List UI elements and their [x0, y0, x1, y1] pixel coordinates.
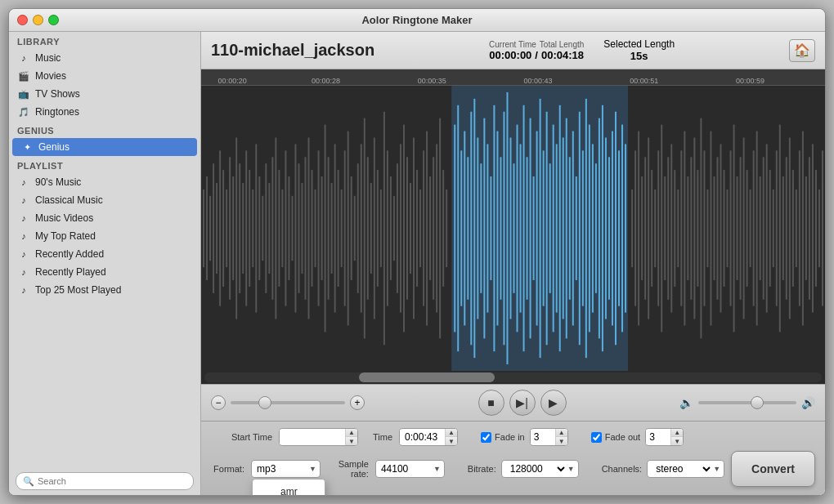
svg-rect-43 [344, 150, 346, 306]
controls-row-1: Start Time ▲ ▼ Time ▲ ▼ [211, 428, 815, 446]
time-value-group[interactable]: ▲ ▼ [399, 428, 458, 446]
sidebar-item-top-rated[interactable]: ♪ My Top Rated [9, 227, 200, 245]
bitrate-select-wrap[interactable]: 128000 64000 192000 256000 320000 ▼ [501, 460, 579, 478]
fade-out-down[interactable]: ▼ [671, 437, 683, 446]
zoom-control: − + [211, 395, 365, 410]
waveform-area[interactable]: 00:00:20 00:00:28 00:00:35 00:00:43 00:0… [201, 69, 825, 384]
sidebar-item-top-25[interactable]: ♪ Top 25 Most Played [9, 281, 200, 299]
sidebar-item-movies[interactable]: 🎬 Movies [9, 67, 200, 85]
scrollbar-thumb[interactable] [359, 372, 495, 382]
sidebar-item-classical[interactable]: ♪ Classical Music [9, 191, 200, 209]
sidebar-item-ringtones[interactable]: 🎵 Ringtones [9, 103, 200, 121]
svg-rect-9 [232, 176, 234, 280]
sidebar-item-tv-shows[interactable]: 📺 TV Shows [9, 85, 200, 103]
svg-rect-54 [380, 190, 382, 267]
svg-rect-183 [812, 144, 814, 312]
zoom-slider-thumb[interactable] [258, 396, 271, 409]
convert-button[interactable]: Convert [731, 451, 815, 487]
format-dropdown[interactable]: amr m4a m4r mp3 ogg wav [252, 479, 325, 495]
start-time-down[interactable]: ▼ [346, 437, 357, 446]
format-select-wrap[interactable]: amr m4a m4r mp3 ogg wav ▼ amr m4a m4r [251, 460, 321, 478]
volume-slider[interactable] [698, 401, 796, 404]
current-time-value: 00:00:00 [489, 49, 531, 61]
play-button[interactable]: ▶ [540, 390, 567, 416]
sample-rate-select[interactable]: 44100 22050 11025 [376, 461, 433, 477]
sidebar-item-recently-added[interactable]: ♪ Recently Added [9, 245, 200, 263]
playlist-icon: ♪ [17, 265, 30, 279]
channels-select[interactable]: stereo mono [648, 461, 713, 477]
fade-out-checkbox[interactable] [591, 432, 602, 443]
svg-rect-78 [464, 132, 465, 326]
svg-rect-10 [235, 137, 237, 319]
dropdown-item-amr[interactable]: amr [253, 483, 325, 495]
fade-out-up[interactable]: ▲ [671, 428, 683, 437]
sidebar-item-recently-played[interactable]: ♪ Recently Played [9, 263, 200, 281]
minimize-button[interactable] [33, 15, 43, 25]
ruler-mark: 00:00:59 [736, 77, 764, 85]
fade-in-checkbox[interactable] [481, 432, 491, 443]
maximize-button[interactable] [48, 15, 59, 25]
sidebar-item-genius[interactable]: ✦ Genius [12, 138, 197, 156]
fade-in-up[interactable]: ▲ [556, 428, 567, 437]
playlist-icon: ♪ [17, 248, 30, 261]
time-value-input[interactable] [400, 430, 445, 444]
start-time-up[interactable]: ▲ [346, 428, 357, 437]
track-times: Current Time Total Length 00:00:00 / 00:… [489, 38, 675, 62]
ruler-mark: 00:00:28 [312, 77, 340, 85]
channels-select-wrap[interactable]: stereo mono ▼ [647, 460, 724, 478]
sidebar-item-90s[interactable]: ♪ 90's Music [9, 173, 200, 191]
stop-button[interactable]: ■ [478, 390, 504, 416]
waveform-scrollbar[interactable] [204, 372, 822, 382]
sample-rate-select-wrap[interactable]: 44100 22050 11025 ▼ [375, 460, 445, 478]
home-button[interactable]: 🏠 [789, 39, 815, 62]
svg-rect-0 [203, 190, 204, 267]
sidebar-item-music-videos[interactable]: ♪ Music Videos [9, 209, 200, 227]
fade-in-input[interactable] [531, 430, 555, 444]
svg-rect-25 [285, 150, 286, 306]
svg-rect-36 [321, 176, 323, 280]
time-down[interactable]: ▼ [446, 437, 457, 446]
search-input[interactable] [38, 476, 186, 486]
waveform-canvas[interactable] [201, 86, 825, 371]
svg-rect-178 [796, 190, 797, 267]
svg-rect-2 [209, 196, 211, 261]
fade-out-input-group[interactable]: ▲ ▼ [645, 428, 684, 446]
svg-rect-87 [493, 105, 495, 351]
svg-rect-137 [661, 125, 662, 332]
sidebar-item-label: Genius [38, 141, 70, 153]
genius-header: genius [9, 121, 200, 138]
bitrate-select[interactable]: 128000 64000 192000 256000 320000 [502, 461, 567, 477]
svg-rect-154 [716, 157, 718, 300]
svg-rect-165 [753, 150, 755, 306]
sidebar-item-label: My Top Rated [35, 230, 96, 242]
waveform-svg [201, 86, 825, 371]
sample-rate-arrow: ▼ [433, 465, 441, 473]
start-time-input-group[interactable]: ▲ ▼ [279, 428, 358, 446]
time-up[interactable]: ▲ [446, 428, 457, 437]
search-box[interactable]: 🔍 [16, 472, 194, 490]
home-icon: 🏠 [794, 42, 810, 58]
format-select[interactable]: amr m4a m4r mp3 ogg wav [252, 461, 309, 477]
fade-out-label[interactable]: Fade out [591, 432, 640, 443]
svg-rect-3 [213, 163, 214, 293]
controls-bar: − + ■ ▶| ▶ [201, 384, 825, 421]
fade-in-label[interactable]: Fade in [481, 432, 525, 443]
svg-rect-108 [563, 137, 564, 319]
svg-rect-69 [429, 176, 431, 280]
waveform-dark [203, 112, 447, 346]
fade-in-down[interactable]: ▼ [556, 437, 567, 446]
sidebar-item-music[interactable]: ♪ Music [9, 49, 200, 67]
fade-in-input-group[interactable]: ▲ ▼ [530, 428, 568, 446]
zoom-slider[interactable] [231, 401, 345, 404]
fade-out-input[interactable] [646, 430, 670, 444]
zoom-in-button[interactable]: + [350, 395, 365, 410]
close-button[interactable] [17, 15, 28, 25]
zoom-out-button[interactable]: − [211, 395, 226, 410]
start-time-input[interactable] [280, 430, 345, 444]
svg-rect-153 [713, 176, 715, 280]
svg-rect-140 [670, 144, 672, 312]
svg-rect-85 [486, 144, 488, 312]
skip-button[interactable]: ▶| [509, 390, 536, 416]
volume-slider-thumb[interactable] [751, 396, 764, 409]
bitrate-arrow: ▼ [567, 465, 575, 473]
